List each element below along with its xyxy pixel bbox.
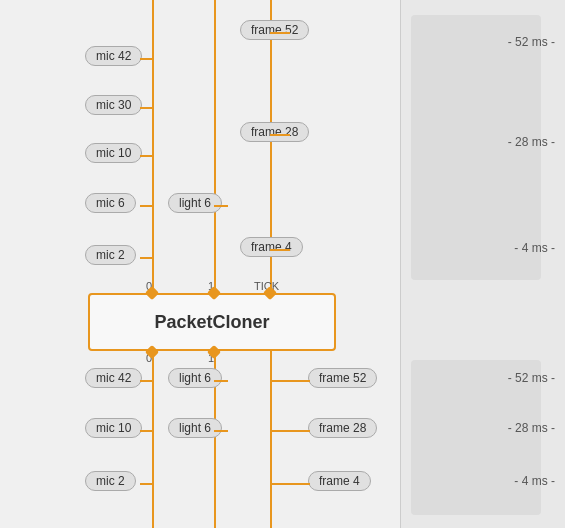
node-mic30-top[interactable]: mic 30 — [85, 95, 142, 115]
hline-frame52-top — [270, 32, 290, 34]
hline-mic30 — [140, 107, 154, 109]
node-mic42-bot[interactable]: mic 42 — [85, 368, 142, 388]
node-mic2-top[interactable]: mic 2 — [85, 245, 136, 265]
node-frame4-top[interactable]: frame 4 — [240, 237, 303, 257]
node-frame52-top[interactable]: frame 52 — [240, 20, 309, 40]
timeline-area: - 52 ms - - 28 ms - - 4 ms - - 52 ms - -… — [400, 0, 565, 528]
hline-mic42 — [140, 58, 154, 60]
hline-light6-bot2 — [214, 430, 228, 432]
node-mic42-top[interactable]: mic 42 — [85, 46, 142, 66]
hline-mic2-top — [140, 257, 154, 259]
node-frame28-top[interactable]: frame 28 — [240, 122, 309, 142]
hline-light6-top — [214, 205, 228, 207]
node-frame28-bot[interactable]: frame 28 — [308, 418, 377, 438]
node-mic6-top[interactable]: mic 6 — [85, 193, 136, 213]
node-light6-bot1[interactable]: light 6 — [168, 368, 222, 388]
timeline-label-52ms-top: - 52 ms - — [508, 35, 555, 49]
node-frame4-bot[interactable]: frame 4 — [308, 471, 371, 491]
timeline-label-52ms-bot: - 52 ms - — [508, 371, 555, 385]
timeline-label-28ms-bot: - 28 ms - — [508, 421, 555, 435]
node-frame52-bot[interactable]: frame 52 — [308, 368, 377, 388]
hline-mic2-bot — [140, 483, 154, 485]
diagram-area: mic 42 mic 30 mic 10 mic 6 light 6 mic 2 — [0, 0, 400, 528]
packet-cloner-box: PacketCloner — [88, 293, 336, 351]
hline-frame28-top — [270, 134, 290, 136]
node-mic10-top[interactable]: mic 10 — [85, 143, 142, 163]
vline-2 — [270, 0, 272, 528]
hline-light6-bot1 — [214, 380, 228, 382]
hline-frame4-top — [270, 249, 290, 251]
node-light6-top[interactable]: light 6 — [168, 193, 222, 213]
vline-1 — [214, 0, 216, 528]
packet-cloner-title: PacketCloner — [154, 312, 269, 333]
main-container: mic 42 mic 30 mic 10 mic 6 light 6 mic 2 — [0, 0, 565, 528]
hline-mic10 — [140, 155, 154, 157]
hline-mic6 — [140, 205, 154, 207]
hline-mic10-bot — [140, 430, 154, 432]
hline-frame52-bot — [270, 380, 310, 382]
hline-mic42-bot — [140, 380, 154, 382]
hline-frame4-bot — [270, 483, 310, 485]
node-mic10-bot[interactable]: mic 10 — [85, 418, 142, 438]
vline-0 — [152, 0, 154, 528]
node-mic2-bot[interactable]: mic 2 — [85, 471, 136, 491]
timeline-label-4ms-top: - 4 ms - — [514, 241, 555, 255]
timeline-label-4ms-bot: - 4 ms - — [514, 474, 555, 488]
hline-frame28-bot — [270, 430, 310, 432]
node-light6-bot2[interactable]: light 6 — [168, 418, 222, 438]
timeline-label-28ms-top: - 28 ms - — [508, 135, 555, 149]
